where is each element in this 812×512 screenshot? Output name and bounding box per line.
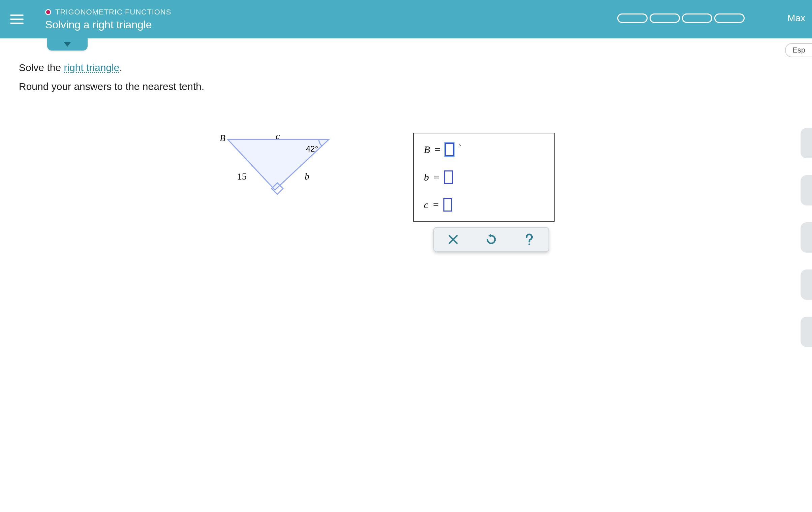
category-dot-icon <box>45 9 51 15</box>
language-toggle[interactable]: Esp <box>785 43 812 57</box>
equals-sign: = <box>435 144 440 155</box>
clear-button[interactable] <box>445 232 461 248</box>
side-b-label: b <box>304 171 309 182</box>
undo-button[interactable] <box>483 232 499 248</box>
progress-pill[interactable] <box>617 13 647 23</box>
svg-marker-3 <box>488 234 491 238</box>
input-b[interactable] <box>444 171 453 184</box>
problem-prompt: Solve the right triangle. <box>19 62 793 73</box>
rounding-instruction: Round your answers to the nearest tenth. <box>19 81 793 92</box>
x-icon <box>447 234 459 245</box>
content-area: Solve the right triangle. Round your ans… <box>0 38 812 252</box>
triangle-figure: B c 42° 15 b <box>221 133 342 207</box>
progress-pills <box>617 13 745 23</box>
side-tool[interactable] <box>801 222 812 253</box>
progress-pill[interactable] <box>682 13 712 23</box>
title-block: TRIGONOMETRIC FUNCTIONS Solving a right … <box>45 8 171 31</box>
glossary-link-right-triangle[interactable]: right triangle <box>64 62 119 73</box>
help-button[interactable] <box>521 232 538 248</box>
equals-sign: = <box>434 172 439 183</box>
svg-marker-0 <box>64 42 71 47</box>
progress-pill[interactable] <box>649 13 680 23</box>
lesson-title: Solving a right triangle <box>45 19 171 31</box>
side-tool[interactable] <box>801 128 812 158</box>
question-icon <box>523 233 536 246</box>
label-B: B <box>424 144 430 155</box>
app-header: TRIGONOMETRIC FUNCTIONS Solving a right … <box>0 0 812 38</box>
chevron-down-icon <box>64 42 71 47</box>
answer-row-b: b = <box>424 171 545 184</box>
answer-column: B = ° b = c = <box>413 133 555 252</box>
prompt-suffix: . <box>120 62 122 73</box>
input-c[interactable] <box>443 198 452 212</box>
label-b: b <box>424 172 429 183</box>
answer-toolbar <box>433 227 549 252</box>
menu-icon[interactable] <box>10 12 25 27</box>
user-name[interactable]: Max <box>787 13 805 24</box>
progress-pill[interactable] <box>714 13 745 23</box>
answer-panel: B = ° b = c = <box>413 133 555 222</box>
side-tool[interactable] <box>801 269 812 300</box>
vertex-B-label: B <box>220 133 225 144</box>
dropdown-tab[interactable] <box>47 38 88 51</box>
answer-row-B: B = ° <box>424 143 545 156</box>
side-c-label: c <box>276 131 280 142</box>
label-c: c <box>424 199 428 211</box>
side-tools <box>801 128 812 347</box>
category-label: TRIGONOMETRIC FUNCTIONS <box>55 8 171 17</box>
input-B[interactable] <box>445 143 454 156</box>
angle-42-label: 42° <box>306 144 318 154</box>
side-tool[interactable] <box>801 317 812 347</box>
equals-sign: = <box>433 199 439 211</box>
undo-icon <box>486 234 497 245</box>
side-a-length: 15 <box>237 171 246 182</box>
svg-point-4 <box>529 244 530 245</box>
side-tool[interactable] <box>801 175 812 206</box>
answer-row-c: c = <box>424 198 545 212</box>
degree-symbol: ° <box>459 144 461 150</box>
prompt-prefix: Solve the <box>19 62 64 73</box>
